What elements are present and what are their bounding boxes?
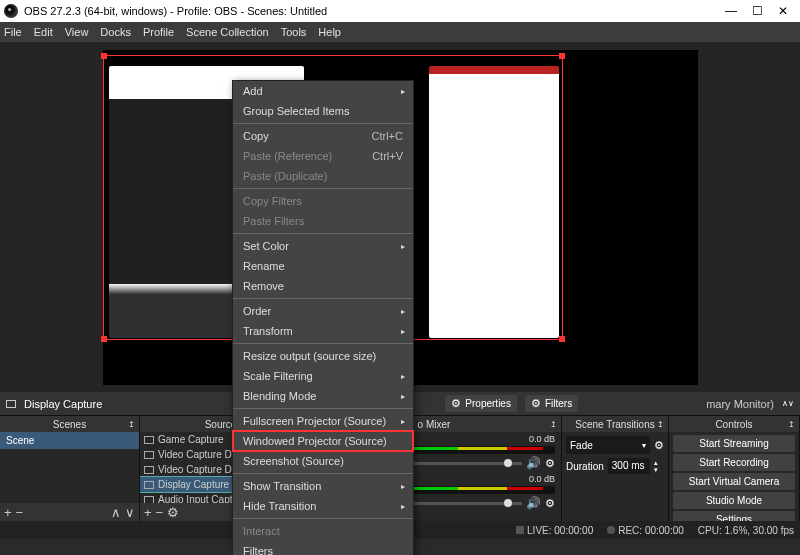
source-type-icon [144,496,154,504]
ctx-scale-filtering[interactable]: Scale Filtering▸ [233,366,413,386]
transition-settings-button[interactable]: ⚙ [654,439,664,452]
ctx-paste-duplicate-: Paste (Duplicate) [233,166,413,186]
source-type-icon [144,466,154,474]
menu-file[interactable]: File [4,26,22,38]
filters-button[interactable]: ⚙Filters [525,395,578,412]
start-virtual-camera-button[interactable]: Start Virtual Camera [673,473,795,490]
popout-icon[interactable]: ↥ [550,420,557,429]
ctx-interact: Interact [233,521,413,541]
preview-area[interactable]: Add▸Group Selected ItemsCopyCtrl+CPaste … [0,42,800,392]
menubar: File Edit View Docks Profile Scene Colle… [0,22,800,42]
ctx-remove[interactable]: Remove [233,276,413,296]
studio-mode-button[interactable]: Studio Mode [673,492,795,509]
ctx-filters[interactable]: Filters [233,541,413,555]
add-scene-button[interactable]: + [4,505,12,520]
ctx-set-color[interactable]: Set Color▸ [233,236,413,256]
source-type-icon [144,436,154,444]
display-icon [6,400,16,408]
channel-settings-icon[interactable]: ⚙ [545,457,555,470]
menu-edit[interactable]: Edit [34,26,53,38]
controls-title: Controls [715,419,752,430]
ctx-transform[interactable]: Transform▸ [233,321,413,341]
rec-status: REC: 00:00:00 [618,525,684,536]
menu-docks[interactable]: Docks [100,26,131,38]
ctx-resize-output-source-size-[interactable]: Resize output (source size) [233,346,413,366]
live-indicator-icon [516,526,524,534]
ctx-screenshot-source-[interactable]: Screenshot (Source) [233,451,413,471]
ctx-windowed-projector-source-[interactable]: Windowed Projector (Source) [233,431,413,451]
scenes-panel: Scenes↥ Scene + − ∧ ∨ [0,416,140,521]
start-streaming-button[interactable]: Start Streaming [673,435,795,452]
mixer-title: o Mixer [418,419,451,430]
add-source-button[interactable]: + [144,505,152,520]
menu-tools[interactable]: Tools [281,26,307,38]
popout-icon[interactable]: ↥ [657,420,664,429]
scene-item[interactable]: Scene [0,432,139,449]
ctx-add[interactable]: Add▸ [233,81,413,101]
scenes-title: Scenes [53,419,86,430]
popout-icon[interactable]: ↥ [128,420,135,429]
speaker-icon[interactable]: 🔊 [526,496,541,510]
maximize-button[interactable]: ☐ [744,0,770,22]
transition-select[interactable]: Fade▾ [566,436,650,454]
ctx-fullscreen-projector-source-[interactable]: Fullscreen Projector (Source)▸ [233,411,413,431]
source-type-icon [144,451,154,459]
scene-down-button[interactable]: ∨ [125,505,135,520]
ctx-group-selected-items[interactable]: Group Selected Items [233,101,413,121]
toolbar-chevrons-icon[interactable]: ∧∨ [782,399,794,408]
controls-panel: Controls↥ Start StreamingStart Recording… [669,416,800,521]
duration-label: Duration [566,461,604,472]
preview-thumb-doc [429,66,559,338]
duration-spinner-icon[interactable]: ▴▾ [654,459,658,473]
ctx-hide-transition[interactable]: Hide Transition▸ [233,496,413,516]
transitions-title: Scene Transitions [575,419,655,430]
ctx-blending-mode[interactable]: Blending Mode▸ [233,386,413,406]
window-title: OBS 27.2.3 (64-bit, windows) - Profile: … [24,5,718,17]
ctx-copy[interactable]: CopyCtrl+C [233,126,413,146]
toolbar-extra-label: mary Monitor) [706,398,774,410]
minimize-button[interactable]: — [718,0,744,22]
remove-scene-button[interactable]: − [16,505,24,520]
menu-help[interactable]: Help [318,26,341,38]
rec-indicator-icon [607,526,615,534]
popout-icon[interactable]: ↥ [788,420,795,429]
ctx-order[interactable]: Order▸ [233,301,413,321]
start-recording-button[interactable]: Start Recording [673,454,795,471]
ctx-paste-filters: Paste Filters [233,211,413,231]
speaker-icon[interactable]: 🔊 [526,456,541,470]
menu-scene-collection[interactable]: Scene Collection [186,26,269,38]
ctx-copy-filters: Copy Filters [233,191,413,211]
close-button[interactable]: ✕ [770,0,796,22]
context-menu: Add▸Group Selected ItemsCopyCtrl+CPaste … [232,80,414,555]
source-settings-button[interactable]: ⚙ [167,505,179,520]
obs-icon [4,4,18,18]
properties-button[interactable]: ⚙Properties [445,395,517,412]
window-titlebar: OBS 27.2.3 (64-bit, windows) - Profile: … [0,0,800,22]
duration-input[interactable]: 300 ms [608,458,650,474]
ctx-paste-reference-: Paste (Reference)Ctrl+V [233,146,413,166]
transitions-panel: Scene Transitions↥ Fade▾ ⚙ Duration 300 … [562,416,669,521]
menu-profile[interactable]: Profile [143,26,174,38]
scene-up-button[interactable]: ∧ [111,505,121,520]
live-status: LIVE: 00:00:00 [527,525,593,536]
source-type-icon [144,481,154,489]
ctx-rename[interactable]: Rename [233,256,413,276]
selected-source-label: Display Capture [24,398,102,410]
remove-source-button[interactable]: − [156,505,164,520]
menu-view[interactable]: View [65,26,89,38]
channel-settings-icon[interactable]: ⚙ [545,497,555,510]
ctx-show-transition[interactable]: Show Transition▸ [233,476,413,496]
settings-button[interactable]: Settings [673,511,795,521]
cpu-status: CPU: 1.6%, 30.00 fps [698,525,794,536]
